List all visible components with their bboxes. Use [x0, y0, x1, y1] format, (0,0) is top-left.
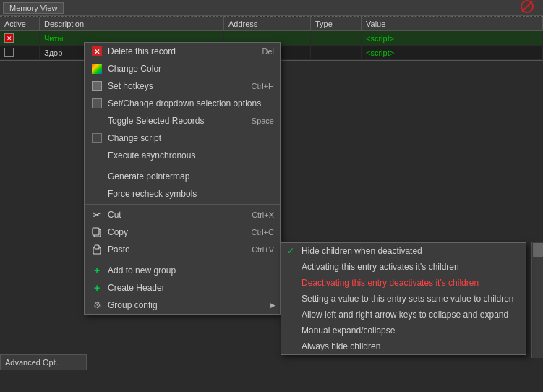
cell-value-2: <script> — [362, 46, 543, 59]
menu-item-gen-ptr[interactable]: Generate pointermap — [85, 168, 280, 185]
svg-line-1 — [522, 1, 532, 12]
menu-item-copy[interactable]: Copy Ctrl+C — [85, 223, 280, 241]
menu-label-async: Execute asynchronous — [108, 150, 274, 161]
advanced-options-bar[interactable]: Advanced Opt... — [0, 354, 87, 370]
menu-item-paste[interactable]: Paste Ctrl+V — [85, 241, 280, 258]
check-mark-activate: ✓ — [287, 262, 299, 272]
header-type: Type — [311, 17, 362, 30]
submenu-label-set-value: Setting a value to this entry sets same … — [302, 294, 514, 304]
checkbox-2[interactable] — [4, 48, 14, 57]
menu-label-copy: Copy — [108, 227, 246, 237]
copy-icon — [90, 226, 103, 239]
svg-rect-3 — [93, 228, 99, 235]
menu-label-group-config: Group config — [108, 300, 274, 310]
dropdown-icon — [90, 97, 103, 110]
menu-label-recheck: Force recheck symbols — [108, 189, 274, 199]
context-menu: ✕ Delete this record Del Change Color Se… — [84, 42, 281, 315]
submenu-label-activate: Activating this entry activates it's chi… — [302, 262, 459, 272]
menu-label-change-script: Change script — [108, 133, 274, 143]
submenu-label-hide: Hide children when deactivated — [302, 246, 422, 256]
submenu-item-set-value[interactable]: ✓ Setting a value to this entry sets sam… — [281, 291, 526, 307]
submenu-label-deactivate: Deactivating this entry deactivates it's… — [302, 278, 479, 288]
shortcut-toggle: Space — [252, 116, 274, 125]
shortcut-hotkeys: Ctrl+H — [252, 82, 274, 90]
submenu-item-deactivate-children[interactable]: ✓ Deactivating this entry deactivates it… — [281, 275, 526, 291]
submenu-label-always-hide: Always hide children — [302, 341, 380, 351]
menu-label-create-header: Create Header — [108, 283, 274, 293]
paste-icon — [90, 243, 103, 256]
separator-1 — [85, 166, 280, 166]
table-header: Active Description Address Type Value — [0, 17, 543, 31]
shortcut-paste: Ctrl+V — [252, 245, 274, 254]
header-active: Active — [0, 17, 40, 30]
shortcut-delete: Del — [262, 47, 274, 56]
top-bar: Memory View — [0, 0, 543, 16]
menu-item-cut[interactable]: ✂ Cut Ctrl+X — [85, 206, 280, 223]
cut-icon: ✂ — [90, 208, 103, 221]
menu-label-add-group: Add to new group — [108, 265, 274, 276]
menu-label-gen-ptr: Generate pointermap — [108, 171, 274, 182]
submenu-item-activate-children[interactable]: ✓ Activating this entry activates it's c… — [281, 259, 526, 275]
check-mark-hide: ✓ — [287, 246, 299, 256]
header-address: Address — [224, 17, 311, 30]
stop-icon — [520, 0, 534, 16]
memory-view-button[interactable]: Memory View — [3, 2, 64, 14]
check-mark-deactivate: ✓ — [287, 278, 299, 288]
separator-2 — [85, 204, 280, 205]
submenu-item-always-hide[interactable]: ✓ Always hide children — [281, 338, 526, 354]
menu-label-paste: Paste — [108, 244, 246, 255]
check-mark-always-hide: ✓ — [287, 341, 299, 351]
check-mark-manual: ✓ — [287, 325, 299, 336]
menu-item-add-group[interactable]: + Add to new group — [85, 262, 280, 279]
menu-item-create-header[interactable]: + Create Header — [85, 279, 280, 297]
submenu-group-config: ✓ Hide children when deactivated ✓ Activ… — [281, 242, 526, 355]
scroll-thumb[interactable] — [533, 243, 543, 257]
menu-item-group-config[interactable]: ⚙ Group config — [85, 297, 280, 314]
menu-label-cut: Cut — [108, 210, 246, 220]
menu-label-set-hotkeys: Set hotkeys — [108, 81, 246, 91]
submenu-item-manual-expand[interactable]: ✓ Manual expand/collapse — [281, 323, 526, 338]
submenu-label-manual: Manual expand/collapse — [302, 325, 395, 336]
cell-type-1 — [311, 31, 362, 45]
submenu-item-hide-children[interactable]: ✓ Hide children when deactivated — [281, 243, 526, 259]
shortcut-cut: Ctrl+X — [252, 210, 274, 219]
shortcut-copy: Ctrl+C — [252, 228, 274, 237]
menu-item-execute-async[interactable]: Execute asynchronous — [85, 147, 280, 164]
check-mark-set-value: ✓ — [287, 294, 299, 304]
script-icon — [90, 132, 103, 145]
create-header-icon: + — [90, 281, 103, 294]
menu-item-delete[interactable]: ✕ Delete this record Del — [85, 43, 280, 60]
checkbox-1[interactable]: ✕ — [4, 33, 14, 43]
menu-label-toggle: Toggle Selected Records — [108, 116, 246, 126]
menu-item-toggle-selected[interactable]: Toggle Selected Records Space — [85, 112, 280, 129]
menu-item-change-color[interactable]: Change Color — [85, 60, 280, 77]
header-description: Description — [40, 17, 224, 30]
menu-item-set-hotkeys[interactable]: Set hotkeys Ctrl+H — [85, 77, 280, 95]
add-group-icon: + — [90, 264, 103, 277]
menu-item-change-script[interactable]: Change script — [85, 129, 280, 147]
recheck-icon — [90, 187, 103, 200]
cell-type-2 — [311, 46, 362, 59]
menu-item-dropdown[interactable]: Set/Change dropdown selection options — [85, 95, 280, 112]
gear-icon: ⚙ — [90, 299, 103, 312]
submenu-label-arrow: Allow left and right arrow keys to colla… — [302, 310, 508, 320]
header-value: Value — [362, 17, 543, 30]
submenu-item-arrow-keys[interactable]: ✓ Allow left and right arrow keys to col… — [281, 307, 526, 323]
menu-item-force-recheck[interactable]: Force recheck symbols — [85, 185, 280, 203]
delete-icon: ✕ — [90, 45, 103, 58]
async-icon — [90, 149, 103, 162]
hotkey-icon — [90, 80, 103, 93]
cell-active-1: ✕ — [0, 31, 40, 45]
color-icon — [90, 62, 103, 75]
toggle-icon — [90, 114, 103, 127]
cell-value-1: <script> — [362, 31, 543, 45]
check-mark-arrow: ✓ — [287, 310, 299, 320]
menu-label-change-color: Change Color — [108, 64, 274, 74]
menu-label-delete: Delete this record — [108, 46, 256, 56]
svg-rect-5 — [95, 245, 99, 249]
advanced-label: Advanced Opt... — [5, 358, 62, 367]
scrollbar[interactable] — [531, 242, 543, 358]
separator-3 — [85, 260, 280, 260]
ptr-icon — [90, 170, 103, 183]
menu-label-dropdown: Set/Change dropdown selection options — [108, 98, 274, 108]
